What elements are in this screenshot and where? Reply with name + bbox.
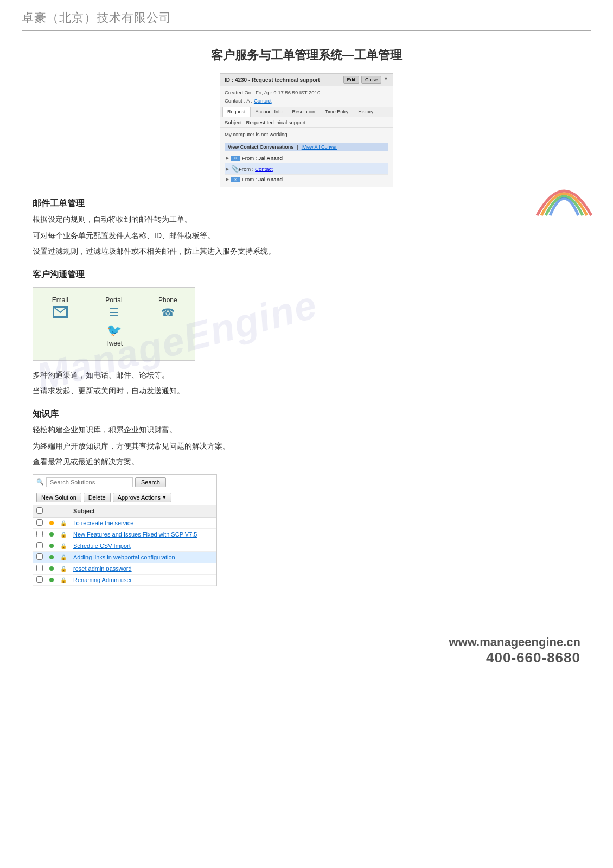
close-button[interactable]: Close [361,76,381,84]
attach-icon: 📎 [231,165,237,173]
row-checkbox-5[interactable] [36,565,43,571]
approve-dropdown-arrow: ▼ [162,495,167,500]
row-checkbox-3[interactable] [36,542,43,548]
arrow-icon-3: ▶ [226,177,229,182]
footer-phone: 400-660-8680 [0,649,580,666]
channel-phone: Phone ☎ [146,296,189,319]
ticket-widget: ID : 4230 - Request technical support Ed… [220,73,393,187]
contact-link[interactable]: Contact [254,98,272,104]
tab-resolution[interactable]: Resolution [288,107,321,117]
portal-label: Portal [105,296,122,304]
comm-bottom-row: 🐦 Tweet [33,323,195,347]
conv-from-3: From : Jai Anand [242,176,283,182]
comm-section-title: 客户沟通管理 [33,269,580,280]
lock-icon-6: 🔒 [60,577,67,583]
tab-request[interactable]: Request [222,107,251,117]
ticket-tabs: Request Account Info Resolution Time Ent… [220,107,393,117]
search-input[interactable] [46,477,133,487]
conversations-panel: View Contact Conversations | [View All C… [220,141,393,187]
email-section-title: 邮件工单管理 [33,198,580,209]
ticket-id: ID : 4230 - Request technical support [225,77,320,83]
kb-line-1: 轻松构建企业知识库，积累企业知识财富。 [33,423,580,437]
col-checkbox [33,505,46,518]
search-button[interactable]: Search [135,477,166,487]
kb-link-1[interactable]: To recreate the service [73,520,133,526]
kb-row-5: 🔒 reset admin password [33,563,216,574]
row-checkbox-4[interactable] [36,553,43,560]
tab-account-info[interactable]: Account Info [251,107,288,117]
row-checkbox-1[interactable] [36,519,43,526]
kb-link-6[interactable]: Renaming Admin user [73,577,132,583]
kb-row-2: 🔒 New Features and Issues Fixed with SCP… [33,528,216,540]
comm-line-2: 当请求发起、更新或关闭时，自动发送通知。 [33,384,580,398]
kb-line-3: 查看最常见或最近的解决方案。 [33,455,580,469]
kb-row-1: 🔒 To recreate the service [33,517,216,528]
new-solution-button[interactable]: New Solution [36,493,81,502]
lock-icon-5: 🔒 [60,566,67,572]
tweet-label: Tweet [105,340,123,347]
channel-email: Email [39,296,82,319]
status-dot-2 [49,532,54,537]
tab-history[interactable]: History [353,107,378,117]
footer: www.manageengine.cn 400-660-8680 [0,619,613,682]
row-checkbox-2[interactable] [36,531,43,537]
kb-row-6: 🔒 Renaming Admin user [33,574,216,585]
conv-title: View Contact Conversations [228,144,293,150]
comm-channels-box: Email Portal ☰ Phone ☎ 🐦 Tweet [33,287,195,361]
dropdown-arrow[interactable]: ▼ [384,76,388,84]
portal-channel-icon: ☰ [109,306,119,319]
contact-line: Contact : A : Contact [225,97,388,105]
comm-top-row: Email Portal ☰ Phone ☎ [33,296,195,319]
delete-button[interactable]: Delete [84,493,111,502]
kb-row-4: 🔒 Adding links in webportal configuratio… [33,551,216,563]
approve-actions-button[interactable]: Approve Actions ▼ [113,493,171,502]
select-all-checkbox[interactable] [36,507,43,514]
email-line-3: 设置过滤规则，过滤垃圾邮件或不相关邮件，防止其进入服务支持系统。 [33,245,580,258]
main-content: ManageEngine 客户服务与工单管理系统—工单管理 ID : 4230 … [0,36,613,619]
email-label: Email [52,296,68,304]
subject-label: Subject : [225,119,245,125]
status-dot-4 [49,555,54,559]
email-channel-icon [53,306,68,318]
footer-website: www.manageengine.cn [0,635,580,649]
email-icon-1: ✉ [231,156,240,161]
arrow-icon-1: ▶ [226,156,229,161]
tab-time-entry[interactable]: Time Entry [320,107,353,117]
lock-icon-3: 🔒 [60,543,67,549]
ticket-subject: Subject : Request technical support [220,117,393,128]
kb-table: Subject 🔒 To recreate the service 🔒 New … [33,505,216,586]
conv-separator: | [297,144,298,150]
kb-link-3[interactable]: Schedule CSV Import [73,542,131,549]
kb-actions-row: New Solution Delete Approve Actions ▼ [33,490,216,505]
row-checkbox-6[interactable] [36,576,43,583]
kb-search-row: 🔍 Search [33,475,216,490]
conv-from-2: From : Contact [239,166,273,172]
kb-link-4[interactable]: Adding links in webportal configuration [73,554,175,560]
lock-icon-1: 🔒 [60,520,67,526]
ticket-header: ID : 4230 - Request technical support Ed… [220,74,393,86]
phone-channel-icon: ☎ [161,306,175,319]
status-dot-1 [49,521,54,525]
kb-widget: 🔍 Search New Solution Delete Approve Act… [33,474,217,586]
lock-icon-4: 🔒 [60,554,67,560]
email-line-1: 根据设定的规则，自动将收到的邮件转为工单。 [33,213,580,226]
conv-header: View Contact Conversations | [View All C… [225,143,388,151]
kb-section-title: 知识库 [33,409,580,420]
email-line-2: 可对每个业务单元配置发件人名称、ID、邮件模板等。 [33,229,580,242]
arrow-icon-2: ▶ [226,167,229,171]
edit-button[interactable]: Edit [343,76,360,84]
col-subject: Subject [70,505,216,518]
conv-row-2: ▶ 📎 From : Contact [225,163,388,175]
kb-link-5[interactable]: reset admin password [73,565,132,572]
conv-from-1: From : Jai Anand [242,155,283,161]
kb-link-2[interactable]: New Features and Issues Fixed with SCP V… [73,531,197,538]
channel-portal: Portal ☰ [92,296,136,319]
status-dot-6 [49,578,54,582]
phone-label: Phone [158,296,177,304]
created-on: Created On : Fri, Apr 9 17:56:59 IST 201… [225,88,388,97]
kb-line-2: 为终端用户开放知识库，方便其查找常见问题的解决方案。 [33,439,580,453]
header-divider [22,30,591,31]
ticket-meta: Created On : Fri, Apr 9 17:56:59 IST 201… [220,86,393,107]
view-all-link[interactable]: [View All Conver [302,144,337,150]
page-header: 卓豪（北京）技术有限公司 [0,0,613,36]
